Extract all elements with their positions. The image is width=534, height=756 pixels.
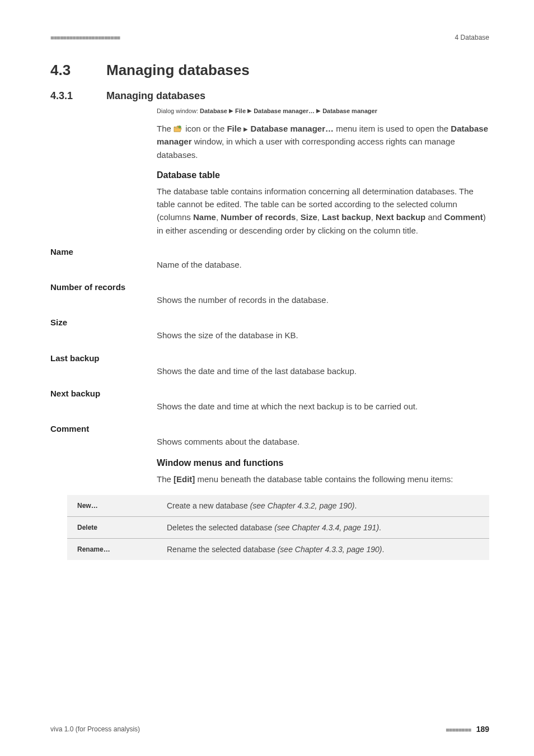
edit-menu-table: New… Create a new database (see Chapter … bbox=[67, 495, 489, 560]
header-chapter: 4 Database bbox=[455, 34, 489, 41]
subsection-heading-4-3-1: 4.3.1Managing databases bbox=[50, 90, 489, 102]
folder-open-icon bbox=[174, 125, 182, 132]
field-comment: Comment Shows comments about the databas… bbox=[50, 423, 489, 448]
field-desc: Shows the date and time of the last data… bbox=[157, 352, 489, 377]
window-menus-intro: The [Edit] menu beneath the database tab… bbox=[157, 473, 489, 486]
field-name: Name Name of the database. bbox=[50, 246, 489, 271]
menu-item-new: New… bbox=[67, 495, 157, 517]
field-label: Number of records bbox=[50, 281, 157, 306]
menu-item-desc: Create a new database (see Chapter 4.3.2… bbox=[157, 495, 489, 517]
field-desc: Shows the number of records in the datab… bbox=[157, 281, 489, 306]
field-desc: Name of the database. bbox=[157, 246, 489, 271]
field-desc: Shows the date and time at which the nex… bbox=[157, 388, 489, 413]
menu-item-desc: Deletes the selected database (see Chapt… bbox=[157, 516, 489, 538]
dialog-window-path: Dialog window: Database ▶ File ▶ Databas… bbox=[157, 108, 489, 114]
triangle-icon: ▶ bbox=[316, 108, 321, 114]
table-row: Delete Deletes the selected database (se… bbox=[67, 516, 489, 538]
window-menus-heading: Window menus and functions bbox=[157, 458, 489, 468]
page-number: 189 bbox=[476, 725, 489, 734]
intro-paragraph: The icon or the File ▶ Database manager…… bbox=[157, 122, 489, 161]
field-next-backup: Next backup Shows the date and time at w… bbox=[50, 388, 489, 413]
menu-item-delete: Delete bbox=[67, 516, 157, 538]
table-row: Rename… Rename the selected database (se… bbox=[67, 538, 489, 560]
field-desc: Shows the size of the database in KB. bbox=[157, 316, 489, 342]
footer-product: viva 1.0 (for Process analysis) bbox=[50, 725, 140, 733]
menu-item-rename: Rename… bbox=[67, 538, 157, 560]
database-table-heading: Database table bbox=[157, 170, 489, 180]
page-footer: viva 1.0 (for Process analysis) ■■■■■■■■… bbox=[50, 725, 489, 734]
field-label: Next backup bbox=[50, 388, 157, 413]
menu-item-desc: Rename the selected database (see Chapte… bbox=[157, 538, 489, 560]
footer-right: ■■■■■■■■ 189 bbox=[446, 725, 489, 734]
page-header: ■■■■■■■■■■■■■■■■■■■■■■ 4 Database bbox=[50, 34, 489, 41]
field-label: Size bbox=[50, 316, 157, 342]
subsection-number: 4.3.1 bbox=[50, 90, 106, 102]
database-table-paragraph: The database table contains information … bbox=[157, 185, 489, 237]
field-desc: Shows comments about the database. bbox=[157, 423, 489, 448]
section-heading-4-3: 4.3Managing databases bbox=[50, 62, 489, 79]
section-number: 4.3 bbox=[50, 62, 106, 79]
field-label: Last backup bbox=[50, 352, 157, 377]
decorative-bars-left: ■■■■■■■■■■■■■■■■■■■■■■ bbox=[50, 34, 120, 41]
subsection-title: Managing databases bbox=[106, 90, 205, 101]
field-number-of-records: Number of records Shows the number of re… bbox=[50, 281, 489, 306]
triangle-icon: ▶ bbox=[247, 108, 252, 114]
field-label: Name bbox=[50, 246, 157, 271]
field-size: Size Shows the size of the database in K… bbox=[50, 316, 489, 342]
triangle-icon: ▶ bbox=[243, 126, 248, 132]
table-row: New… Create a new database (see Chapter … bbox=[67, 495, 489, 517]
triangle-icon: ▶ bbox=[229, 108, 233, 114]
field-label: Comment bbox=[50, 423, 157, 448]
decorative-bars-right: ■■■■■■■■ bbox=[446, 726, 471, 733]
svg-point-0 bbox=[179, 126, 181, 128]
section-title: Managing databases bbox=[106, 62, 250, 78]
field-last-backup: Last backup Shows the date and time of t… bbox=[50, 352, 489, 377]
